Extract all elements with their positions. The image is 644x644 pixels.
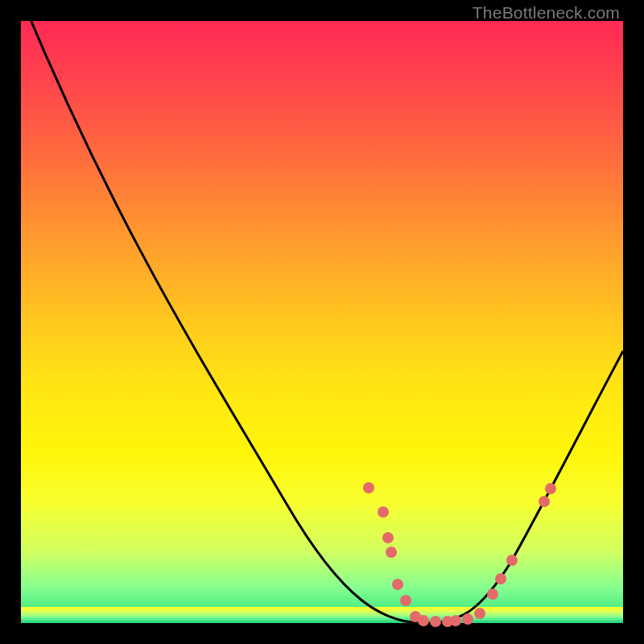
data-point — [487, 588, 498, 600]
data-point — [430, 616, 441, 627]
data-point — [418, 615, 429, 626]
data-points — [363, 482, 556, 627]
data-point — [386, 547, 397, 558]
watermark-text: TheBottleneck.com — [473, 3, 620, 23]
data-point — [506, 555, 518, 566]
data-point — [378, 506, 389, 518]
data-point — [495, 573, 506, 584]
data-point — [545, 483, 556, 494]
data-point — [462, 613, 473, 625]
data-point — [450, 615, 461, 626]
bottleneck-curve — [21, 0, 623, 623]
chart-area — [21, 21, 623, 623]
data-point — [382, 532, 394, 543]
data-point — [363, 482, 374, 493]
data-point — [474, 608, 485, 619]
data-point — [400, 595, 411, 606]
curve-layer — [21, 21, 623, 623]
data-point — [392, 579, 403, 590]
data-point — [539, 496, 550, 507]
